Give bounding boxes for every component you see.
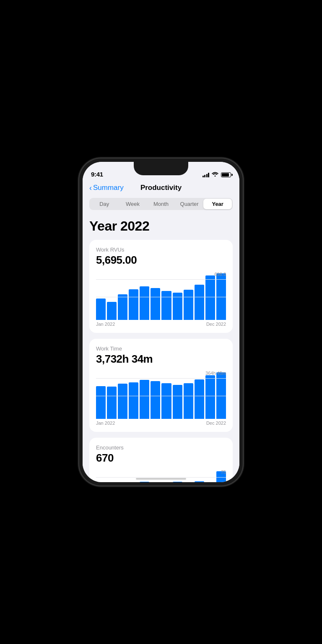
bar (96, 386, 106, 419)
year-title: Year 2022 (89, 218, 233, 234)
work-rvus-card: Work RVUs 5,695.00 698.0 Jan 2022 Dec 20… (89, 240, 233, 333)
battery-icon (221, 172, 231, 177)
content-area[interactable]: ‹ Summary Productivity Day Week Month Qu… (83, 180, 239, 482)
status-icons (203, 171, 231, 178)
work-rvus-footer: Jan 2022 Dec 2022 (96, 322, 226, 327)
wifi-icon (212, 171, 218, 178)
page-title: Productivity (140, 184, 182, 192)
work-rvus-end: Dec 2022 (206, 322, 226, 327)
work-time-max: 364h 45m (205, 371, 226, 376)
encounters-bars (96, 470, 226, 482)
encounters-max: 75 (221, 470, 226, 475)
bar (151, 381, 160, 419)
work-time-value: 3,732h 34m (96, 353, 226, 366)
segment-quarter[interactable]: Quarter (175, 199, 204, 209)
encounters-card: Encounters 670 75 Jan 2022 Dec 2022 (89, 438, 233, 482)
work-time-label: Work Time (96, 345, 226, 352)
signal-icon (203, 172, 210, 177)
work-rvus-start: Jan 2022 (96, 322, 115, 327)
work-time-card: Work Time 3,732h 34m 364h 45m Jan 2022 D… (89, 339, 233, 432)
phone-shell: 9:41 (79, 158, 243, 486)
segment-month[interactable]: Month (147, 199, 175, 209)
status-time: 9:41 (91, 171, 103, 178)
encounters-chart: 75 Jan 2022 Dec 2022 (96, 470, 226, 482)
work-time-start: Jan 2022 (96, 421, 115, 426)
bar (161, 291, 171, 320)
bar (173, 482, 182, 482)
work-rvus-chart: 698.0 Jan 2022 Dec 2022 (96, 272, 226, 326)
bar (118, 294, 127, 320)
home-indicator (136, 478, 186, 480)
back-chevron-icon: ‹ (89, 184, 92, 192)
bar (118, 384, 127, 419)
work-rvus-value: 5,695.00 (96, 254, 226, 267)
segment-week[interactable]: Week (119, 199, 147, 209)
bar (140, 380, 149, 419)
bar (107, 387, 117, 419)
main-content: Year 2022 Work RVUs 5,695.00 698.0 Jan 2… (83, 215, 239, 482)
back-button[interactable]: ‹ Summary (89, 184, 124, 192)
bar (184, 290, 193, 320)
back-label: Summary (93, 184, 124, 192)
bar (205, 275, 215, 320)
segment-day[interactable]: Day (90, 199, 119, 209)
bar (129, 289, 138, 320)
nav-bar: ‹ Summary Productivity (83, 180, 239, 196)
segment-year[interactable]: Year (203, 199, 232, 209)
bar (195, 379, 204, 419)
bar (205, 375, 215, 419)
encounters-label: Encounters (96, 444, 226, 451)
bar (184, 383, 193, 419)
work-rvus-label: Work RVUs (96, 247, 226, 253)
work-time-chart: 364h 45m Jan 2022 Dec 2022 (96, 371, 226, 425)
bar (140, 286, 149, 320)
bar (173, 385, 182, 419)
segment-control[interactable]: Day Week Month Quarter Year (89, 198, 233, 210)
bar (195, 285, 204, 320)
bar (161, 383, 171, 419)
bar (129, 382, 138, 419)
bar (140, 482, 149, 482)
bar (107, 302, 117, 320)
encounters-value: 670 (96, 452, 226, 465)
work-rvus-max: 698.0 (214, 272, 226, 277)
bar (96, 299, 106, 320)
bar (151, 288, 160, 320)
work-time-footer: Jan 2022 Dec 2022 (96, 421, 226, 426)
bar (195, 481, 204, 482)
work-time-end: Dec 2022 (206, 421, 226, 426)
phone-screen: 9:41 (83, 162, 239, 482)
notch (134, 162, 188, 175)
